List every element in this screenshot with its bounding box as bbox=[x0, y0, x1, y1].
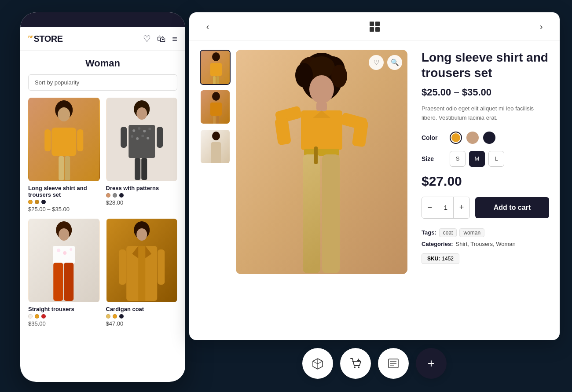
product-description: Praesent odio eget elit aliquet mi leo f… bbox=[422, 104, 549, 123]
thumbnail-1[interactable] bbox=[200, 50, 231, 85]
tags-row: Tags: coat woman bbox=[422, 228, 549, 237]
thumbnail-2[interactable] bbox=[200, 89, 231, 125]
grid-icon[interactable] bbox=[370, 22, 380, 32]
panel-nav: ‹ › bbox=[189, 12, 560, 41]
product-card-4[interactable]: Cardigan coat $47.00 bbox=[106, 219, 178, 327]
color-option-dark[interactable] bbox=[483, 132, 495, 144]
product-info: Long sleeve shirt and trousers set $25.0… bbox=[407, 50, 549, 331]
color-dot[interactable] bbox=[41, 200, 46, 204]
size-m[interactable]: M bbox=[469, 151, 485, 167]
svg-rect-21 bbox=[141, 158, 147, 180]
tags-label: Tags: bbox=[422, 229, 436, 236]
svg-rect-32 bbox=[64, 263, 73, 301]
color-dot[interactable] bbox=[41, 314, 46, 319]
svg-point-13 bbox=[138, 127, 140, 130]
color-dots-3 bbox=[28, 314, 100, 319]
svg-rect-49 bbox=[210, 103, 222, 116]
svg-rect-6 bbox=[44, 129, 51, 151]
prev-arrow[interactable]: ‹ bbox=[200, 18, 216, 34]
product-price-4: $47.00 bbox=[106, 320, 178, 327]
svg-point-14 bbox=[143, 130, 146, 132]
color-dot[interactable] bbox=[119, 193, 124, 198]
next-arrow[interactable]: › bbox=[533, 18, 549, 34]
price-range: $25.00 – $35.00 bbox=[422, 87, 549, 98]
svg-rect-46 bbox=[216, 76, 219, 85]
svg-point-17 bbox=[136, 137, 139, 140]
quantity-value: 1 bbox=[438, 197, 454, 218]
product-name-3: Straight trousers bbox=[28, 306, 100, 312]
color-option-orange[interactable] bbox=[450, 132, 462, 144]
tag-woman[interactable]: woman bbox=[459, 228, 484, 237]
sort-bar[interactable]: Sort by popularity bbox=[28, 74, 177, 91]
wishlist-btn[interactable]: ♡ bbox=[369, 55, 384, 70]
svg-rect-11 bbox=[128, 125, 155, 158]
thumbnails bbox=[200, 50, 231, 331]
product-title: Long sleeve shirt and trousers set bbox=[422, 50, 549, 81]
svg-point-18 bbox=[141, 135, 144, 137]
toolbar-cart-btn[interactable] bbox=[340, 348, 371, 379]
color-dot[interactable] bbox=[35, 314, 39, 319]
svg-point-12 bbox=[132, 129, 135, 132]
svg-rect-23 bbox=[157, 127, 163, 148]
svg-rect-41 bbox=[158, 249, 165, 285]
svg-rect-70 bbox=[322, 154, 340, 273]
svg-point-35 bbox=[136, 228, 147, 241]
product-price-3: $35.00 bbox=[28, 320, 100, 327]
qty-decrease-btn[interactable]: − bbox=[422, 197, 438, 218]
zoom-btn[interactable]: 🔍 bbox=[387, 55, 402, 70]
svg-point-61 bbox=[331, 65, 347, 88]
svg-point-53 bbox=[212, 132, 220, 140]
tag-coat[interactable]: coat bbox=[439, 228, 457, 237]
color-option-tan[interactable] bbox=[466, 132, 479, 144]
color-dot[interactable] bbox=[106, 193, 110, 198]
svg-point-62 bbox=[309, 75, 334, 103]
product-name-2: Dress with patterns bbox=[106, 185, 178, 191]
sku-badge: SKU: 1452 bbox=[422, 253, 459, 264]
product-detail: ♡ 🔍 Long sleeve shirt and trousers set $… bbox=[189, 41, 560, 340]
toolbar-add-btn[interactable]: + bbox=[416, 348, 447, 379]
bag-icon[interactable]: 🛍 bbox=[157, 34, 166, 44]
categories-label: Categories: bbox=[422, 241, 453, 247]
svg-point-60 bbox=[295, 63, 313, 88]
add-to-cart-row: − 1 + Add to cart bbox=[422, 197, 549, 219]
color-dot[interactable] bbox=[35, 200, 39, 204]
size-s[interactable]: S bbox=[450, 151, 466, 167]
current-price: $27.00 bbox=[422, 174, 549, 189]
product-image-4 bbox=[106, 219, 178, 302]
quantity-control: − 1 + bbox=[422, 197, 470, 219]
color-dot[interactable] bbox=[113, 314, 117, 319]
product-images-section: ♡ 🔍 bbox=[200, 50, 407, 331]
phone-notch bbox=[77, 15, 129, 25]
box-icon bbox=[311, 357, 324, 370]
menu-icon[interactable]: ≡ bbox=[172, 34, 177, 44]
heart-icon[interactable]: ♡ bbox=[143, 33, 151, 44]
svg-point-29 bbox=[63, 251, 66, 255]
color-dot[interactable] bbox=[119, 314, 124, 319]
toolbar-list-btn[interactable] bbox=[378, 348, 409, 379]
color-dot[interactable] bbox=[113, 193, 117, 198]
color-dot[interactable] bbox=[28, 314, 33, 319]
categories-row: Categories: Shirt, Trousers, Woman bbox=[422, 241, 549, 247]
svg-rect-40 bbox=[119, 249, 126, 285]
sku-row: SKU: 1452 bbox=[422, 251, 549, 264]
product-card-1[interactable]: Long sleeve shirt and trousers set $25.0… bbox=[28, 98, 100, 212]
svg-point-30 bbox=[70, 248, 72, 251]
product-card-2[interactable]: Dress with patterns $28.00 bbox=[106, 98, 178, 212]
svg-point-2 bbox=[58, 107, 70, 121]
header-icons: ♡ 🛍 ≡ bbox=[143, 33, 177, 44]
svg-rect-50 bbox=[213, 116, 216, 125]
size-l[interactable]: L bbox=[488, 151, 504, 167]
toolbar-3d-btn[interactable] bbox=[302, 348, 333, 379]
svg-rect-20 bbox=[135, 158, 140, 180]
qty-increase-btn[interactable]: + bbox=[454, 197, 469, 218]
color-dot[interactable] bbox=[28, 200, 33, 204]
product-card-3[interactable]: Straight trousers $35.00 bbox=[28, 219, 100, 327]
products-grid: Long sleeve shirt and trousers set $25.0… bbox=[28, 98, 177, 327]
color-dots-1 bbox=[28, 200, 100, 204]
add-to-cart-button[interactable]: Add to cart bbox=[475, 197, 549, 218]
logo: BESTORE bbox=[28, 34, 63, 44]
svg-rect-31 bbox=[53, 263, 63, 301]
color-dot[interactable] bbox=[106, 314, 110, 319]
svg-rect-22 bbox=[121, 127, 127, 148]
thumbnail-3[interactable] bbox=[200, 129, 231, 164]
